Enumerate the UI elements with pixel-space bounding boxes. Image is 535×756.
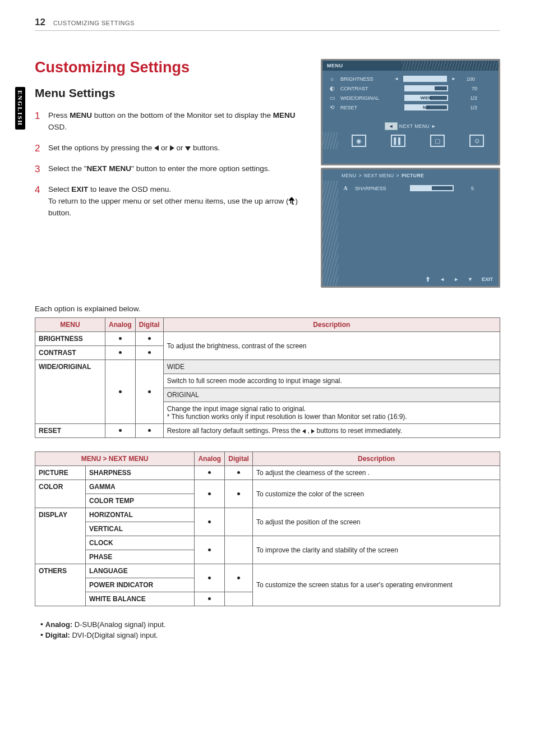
- cell-label: WIDE/ORIGINAL: [35, 360, 105, 424]
- cell-desc: Change the input image signal ratio to o…: [163, 402, 500, 424]
- cell-dot: [225, 480, 253, 508]
- step-text: button on the bottom of the Monitor set …: [92, 111, 273, 119]
- osd-row-label: SHARPNESS: [355, 186, 404, 191]
- cell-dot: [195, 480, 225, 508]
- cell-desc: Switch to full screen mode according to …: [163, 374, 500, 388]
- cell-label: RESET: [35, 424, 105, 438]
- table-intro-note: Each option is explained below.: [35, 305, 500, 313]
- cell-desc: To adjust the clearness of the screen .: [253, 466, 500, 480]
- cell-dot: [195, 466, 225, 480]
- cell-dot: [105, 346, 136, 360]
- cell-dot: [195, 536, 225, 564]
- step-text: buttons.: [191, 144, 220, 152]
- osd-row-label: WIDE/ORIGINAL: [340, 95, 390, 101]
- osd-row-sharpness: A SHARPNESS 5: [322, 184, 499, 192]
- page-header: 12 CUSTOMIZING SETTINGS: [35, 17, 500, 31]
- osd-category-icons: ◉ ▌▌ ▢ ⊙: [322, 132, 499, 149]
- cell-dot: [135, 332, 163, 346]
- wide-icon: ▭: [328, 95, 336, 101]
- osd-value: 70: [463, 86, 477, 91]
- cell-dot: [105, 360, 136, 424]
- next-menu-options-table: MENU > NEXT MENU Analog Digital Descript…: [35, 451, 500, 606]
- osd-row-label: BRIGHTNESS: [340, 76, 390, 82]
- osd-slider: [404, 85, 448, 91]
- step-text: Select the ": [48, 164, 87, 173]
- cell-category: OTHERS: [35, 564, 86, 606]
- cell-category: DISPLAY: [35, 508, 86, 564]
- cell-label: SHARPNESS: [86, 466, 195, 480]
- cell-label: CONTRAST: [35, 346, 105, 360]
- step-text: " button to enter the more option settin…: [131, 164, 270, 173]
- right-arrow-icon: ►: [454, 276, 459, 282]
- cell-empty: [225, 592, 253, 606]
- osd-row-label: RESET: [340, 105, 390, 110]
- osd-row-contrast: ◐ CONTRAST 70: [322, 84, 499, 93]
- osd-option-box: WIDE: [404, 95, 448, 101]
- step-text: Press: [48, 111, 70, 119]
- header-section-title: CUSTOMIZING SETTINGS: [53, 20, 135, 26]
- osd-slider: [410, 185, 454, 191]
- cell-label: PHASE: [86, 550, 195, 564]
- page-title: Customizing Settings: [35, 59, 307, 76]
- step-text: or: [159, 144, 170, 152]
- down-arrow-icon: [185, 146, 191, 151]
- step-text: Set the options by pressing the: [48, 144, 154, 152]
- osd-title-bar: MENU: [322, 61, 499, 71]
- section-subtitle: Menu Settings: [35, 86, 307, 100]
- step-text: OSD.: [48, 123, 67, 131]
- steps-list: Press MENU button on the bottom of the M…: [35, 110, 307, 219]
- osd-value: 1/2: [463, 95, 477, 101]
- cell-label: CLOCK: [86, 536, 195, 550]
- osd-next-menu-row: ◄ NEXT MENU ►: [322, 120, 499, 132]
- osd-row-label: CONTRAST: [340, 86, 390, 91]
- step-3: Select the "NEXT MENU" button to enter t…: [35, 163, 307, 175]
- cell-desc: To customize the screen status for a use…: [253, 564, 500, 606]
- right-arrow-icon: [170, 145, 174, 151]
- left-arrow-icon: ◄: [440, 276, 445, 282]
- osd-row-wide: ▭ WIDE/ORIGINAL WIDE 1/2: [322, 93, 499, 103]
- cell-desc: To adjust the brightness, contrast of th…: [163, 332, 500, 360]
- up-arrow-icon: [288, 197, 295, 205]
- osd-row-brightness: ☼ BRIGHTNESS ◄ ► 100: [322, 74, 499, 84]
- step-keyword: NEXT MENU: [87, 164, 132, 173]
- cell-label: POWER INDICATOR: [86, 578, 195, 592]
- contrast-icon: ◐: [328, 85, 336, 91]
- cell-dot: [195, 508, 225, 536]
- step-text: to leave the OSD menu.: [88, 185, 171, 193]
- osd-others-icon: ⊙: [469, 135, 484, 147]
- step-2: Set the options by pressing the or or bu…: [35, 142, 307, 154]
- cell-dot: [225, 564, 253, 592]
- brightness-icon: ☼: [328, 76, 336, 82]
- cell-empty: [225, 508, 253, 536]
- cell-category: PICTURE: [35, 466, 86, 480]
- osd-value: 1/2: [463, 105, 477, 110]
- cell-dot: [105, 424, 136, 438]
- th-analog: Analog: [195, 452, 225, 466]
- osd-menu-panel: MENU ☼ BRIGHTNESS ◄ ► 100 ◐ CONTRAST 70: [321, 59, 500, 165]
- th-menu: MENU: [35, 318, 105, 332]
- cell-dot: [195, 592, 225, 606]
- language-tab: ENGLISH: [15, 87, 25, 130]
- cell-dot: [195, 564, 225, 592]
- step-keyword: MENU: [273, 111, 296, 119]
- osd-control-row: ◄ ► ▼ EXIT: [338, 275, 495, 284]
- th-analog: Analog: [105, 318, 136, 332]
- step-keyword: EXIT: [71, 185, 88, 193]
- legend-item: Digital: DVI-D(Digital signal) input.: [40, 630, 500, 639]
- osd-display-icon: ▢: [430, 135, 445, 147]
- cell-desc: To improve the clarity and stability of …: [253, 536, 500, 564]
- menu-options-table: MENU Analog Digital Description BRIGHTNE…: [35, 317, 500, 438]
- osd-option-box: NO: [404, 104, 448, 110]
- th-digital: Digital: [225, 452, 253, 466]
- step-1: Press MENU button on the bottom of the M…: [35, 110, 307, 133]
- legend-list: Analog: D-SUB(Analog signal) input. Digi…: [40, 620, 500, 639]
- cell-desc: Restore all factory default settings. Pr…: [163, 424, 500, 438]
- cell-dot: [135, 346, 163, 360]
- osd-row-reset: ⟲ RESET NO 1/2: [322, 103, 499, 112]
- step-text: Select: [48, 185, 71, 193]
- cell-subhead: ORIGINAL: [163, 388, 500, 402]
- osd-slider: [403, 76, 447, 82]
- osd-color-icon: ▌▌: [391, 135, 405, 147]
- cell-category: COLOR: [35, 480, 86, 508]
- step-keyword: MENU: [70, 111, 92, 119]
